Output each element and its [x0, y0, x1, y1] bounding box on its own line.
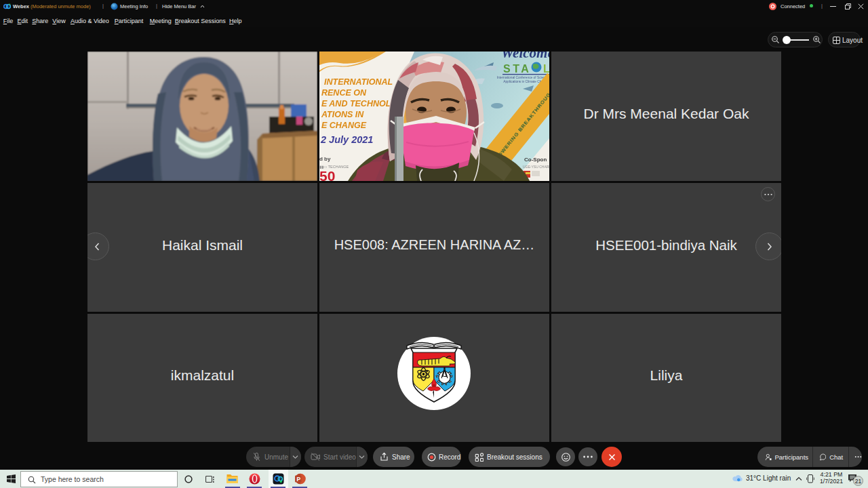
svg-text:STA: STA — [503, 63, 531, 75]
svg-text:UGE-YSU CHARIT: UGE-YSU CHARIT — [523, 165, 549, 169]
svg-text:RENCE ON: RENCE ON — [321, 88, 367, 98]
svg-text:50: 50 — [319, 168, 335, 181]
svg-text:ATIONS IN: ATIONS IN — [321, 110, 364, 119]
svg-text:International Conference of Sc: International Conference of Science — [497, 76, 549, 79]
svg-text:d by: d by — [319, 156, 331, 162]
svg-text:LI: LI — [543, 63, 549, 75]
svg-text:INTERNATIONAL: INTERNATIONAL — [324, 77, 393, 87]
svg-text:Welcome: Welcome — [501, 52, 549, 61]
svg-text:2 July 2021: 2 July 2021 — [320, 134, 373, 145]
svg-text:E CHANGE: E CHANGE — [321, 121, 367, 130]
svg-text:Co-Spon: Co-Spon — [524, 157, 547, 163]
svg-text:P: P — [296, 476, 300, 483]
